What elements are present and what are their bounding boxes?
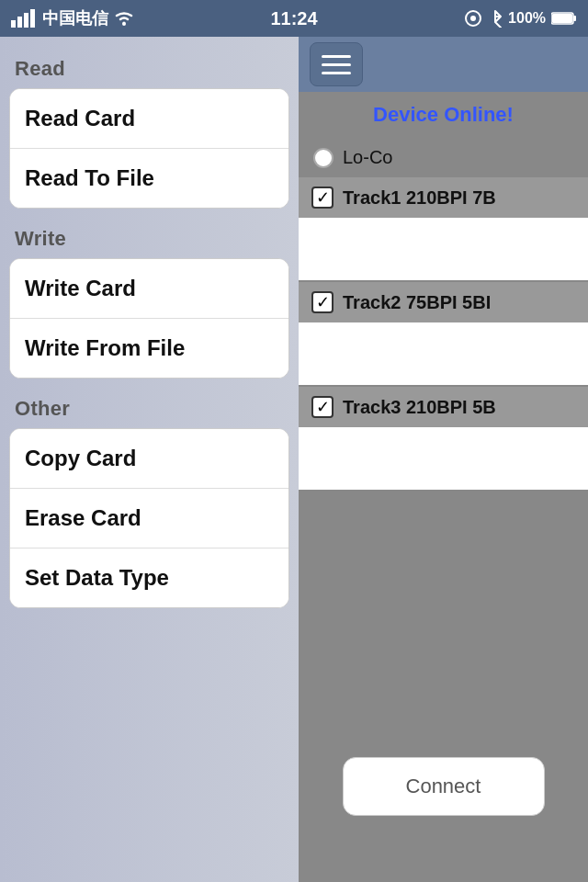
location-icon — [464, 9, 482, 28]
svg-point-6 — [470, 16, 476, 21]
track3-header: ✓ Track3 210BPI 5B — [299, 387, 588, 427]
menu-group-read: Read Card Read To File — [9, 88, 289, 209]
signal-icon — [11, 9, 37, 28]
track3-input[interactable] — [299, 427, 588, 490]
track2-input[interactable] — [299, 322, 588, 385]
section-write: Write Write Card Write From File — [0, 214, 299, 379]
right-panel: Device Online! Lo-Co ✓ Track1 210BPI 7B … — [299, 37, 588, 882]
hamburger-line-3 — [322, 72, 351, 74]
section-read: Read Read Card Read To File — [0, 44, 299, 209]
menu-item-erase-card[interactable]: Erase Card — [10, 489, 288, 548]
hamburger-line-2 — [322, 63, 351, 66]
svg-rect-0 — [11, 20, 16, 28]
track1-section: ✓ Track1 210BPI 7B — [299, 177, 588, 280]
svg-rect-9 — [573, 16, 576, 21]
menu-item-set-data-type[interactable]: Set Data Type — [10, 548, 288, 607]
menu-item-write-from-file[interactable]: Write From File — [10, 319, 288, 378]
track2-checkbox[interactable]: ✓ — [311, 291, 334, 313]
section-header-other: Other — [0, 384, 299, 428]
battery-label: 100% — [508, 10, 546, 27]
svg-rect-1 — [17, 17, 22, 28]
loco-label: Lo-Co — [343, 147, 392, 168]
track2-label: Track2 75BPI 5BI — [343, 292, 491, 313]
main-layout: Read Read Card Read To File Write Write … — [0, 37, 588, 882]
loco-radio[interactable] — [313, 148, 334, 168]
status-left: 中国电信 — [11, 7, 134, 29]
menu-item-copy-card[interactable]: Copy Card — [10, 429, 288, 489]
menu-item-write-card[interactable]: Write Card — [10, 259, 288, 319]
track1-input[interactable] — [299, 218, 588, 280]
svg-rect-8 — [552, 14, 572, 23]
status-bar: 中国电信 11:24 100% — [0, 0, 588, 37]
menu-group-other: Copy Card Erase Card Set Data Type — [9, 428, 289, 608]
carrier-label: 中国电信 — [42, 7, 108, 29]
svg-point-4 — [122, 22, 126, 26]
track2-section: ✓ Track2 75BPI 5BI — [299, 282, 588, 385]
hamburger-button[interactable] — [310, 42, 363, 86]
track3-section: ✓ Track3 210BPI 5B — [299, 387, 588, 490]
track3-checkbox[interactable]: ✓ — [311, 396, 334, 418]
menu-item-read-card[interactable]: Read Card — [10, 89, 288, 149]
device-status-area: Device Online! — [299, 92, 588, 138]
status-right: 100% — [464, 9, 577, 28]
menu-item-read-to-file[interactable]: Read To File — [10, 149, 288, 208]
section-other: Other Copy Card Erase Card Set Data Type — [0, 384, 299, 608]
svg-rect-2 — [24, 13, 28, 28]
device-online-label: Device Online! — [373, 103, 514, 126]
track1-header: ✓ Track1 210BPI 7B — [299, 177, 588, 218]
status-time: 11:24 — [270, 8, 317, 29]
connect-button[interactable]: Connect — [343, 757, 545, 816]
section-header-write: Write — [0, 214, 299, 258]
hamburger-line-1 — [322, 55, 351, 58]
top-bar — [299, 37, 588, 92]
svg-rect-3 — [30, 9, 35, 28]
connect-area: Connect — [299, 746, 588, 827]
sidebar: Read Read Card Read To File Write Write … — [0, 37, 299, 882]
track1-checkbox[interactable]: ✓ — [311, 187, 334, 209]
menu-group-write: Write Card Write From File — [9, 258, 289, 379]
track3-label: Track3 210BPI 5B — [343, 397, 496, 418]
battery-icon — [551, 11, 577, 26]
track1-label: Track1 210BPI 7B — [343, 187, 496, 209]
bluetooth-icon — [488, 9, 503, 28]
track2-header: ✓ Track2 75BPI 5BI — [299, 282, 588, 322]
loco-row: Lo-Co — [299, 138, 588, 177]
section-header-read: Read — [0, 44, 299, 88]
wifi-icon — [114, 10, 134, 27]
